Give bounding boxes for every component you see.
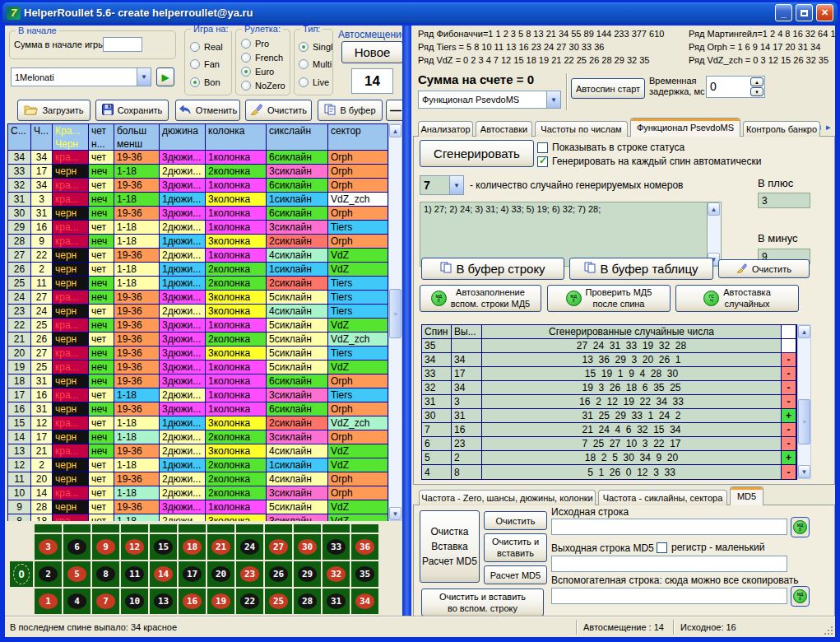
resize-grip[interactable] — [824, 626, 833, 635]
column-header[interactable]: С... — [8, 124, 31, 137]
column-header[interactable] — [8, 137, 31, 151]
count-combo[interactable]: 7 ▼ — [420, 175, 464, 195]
board-number-cell[interactable]: 24 — [236, 534, 263, 560]
column-header[interactable]: Черн — [53, 137, 89, 151]
table-row[interactable]: 1716кра...чет1-182дюжи...1колонка3сиклай… — [8, 388, 388, 402]
scrollbar-thumb[interactable]: ≡ — [798, 399, 810, 444]
table-row[interactable]: 2324чернчет19-362дюжи...3колонка4сиклайн… — [8, 305, 388, 319]
table-row[interactable]: 1417черннеч1-182дюжи...2колонка3сиклайнO… — [8, 430, 388, 444]
tab-автоставки[interactable]: Автоставки — [476, 121, 532, 137]
md5-calc-button[interactable]: Расчет MD5 — [484, 565, 547, 584]
column-header[interactable]: Спин — [422, 325, 452, 339]
spins-table[interactable]: С...Ч...Кра...четбольшдюжинаколонкасиксл… — [7, 123, 388, 521]
column-header[interactable]: сектор — [328, 124, 388, 137]
autofill-md5-button[interactable]: МД5 Автозаполнениевспом. строки МД5 — [420, 285, 541, 312]
undo-button[interactable]: Отменить — [175, 100, 240, 121]
table-row[interactable]: 3031черннеч19-363дюжи...1колонка6сиклайн… — [8, 207, 388, 221]
clear-generated-button[interactable]: Очистить — [718, 259, 810, 278]
roulette-board[interactable]: 0369121518212427303336258111417202326293… — [7, 523, 402, 616]
board-number-cell[interactable]: 36 — [351, 534, 378, 560]
column-header[interactable] — [267, 137, 328, 151]
mode-combo[interactable]: Функционал PsevdoMS ▼ — [418, 91, 561, 109]
column-header[interactable]: больш — [114, 124, 160, 137]
table-row[interactable]: 323419 3 26 18 6 35 25- — [422, 381, 796, 395]
board-number-cell[interactable]: 15 — [150, 534, 177, 560]
board-number-cell[interactable]: 22 — [236, 588, 263, 614]
scroll-down-icon[interactable]: ▼ — [798, 465, 810, 478]
tab-функционал-psevdoms[interactable]: Функционал PsevdoMS — [630, 118, 740, 137]
autobet-random-button[interactable]: ГСЧ Автоставкаслучайных — [675, 285, 799, 312]
table-row[interactable]: 6237 25 27 10 3 22 17- — [422, 437, 796, 451]
board-number-cell[interactable]: 14 — [150, 561, 177, 587]
generated-table[interactable]: СпинВы...Сгенерированные случайные числа… — [421, 324, 797, 480]
table-row[interactable]: 2225кра...неч19-363дюжи...1колонка5сикла… — [8, 319, 388, 333]
board-zero-cell[interactable]: 0 — [10, 561, 33, 587]
preset-combo[interactable]: 1Melonati ▼ — [11, 67, 151, 86]
table-row[interactable]: 2126чернчет19-363дюжи...2колонка5сиклайн… — [8, 333, 388, 347]
new-button[interactable]: Новое — [341, 41, 403, 63]
table-row[interactable]: 313кра...неч1-181дюжи...3колонка1сиклайн… — [8, 193, 388, 207]
board-number-cell[interactable]: 23 — [236, 561, 263, 587]
scroll-down-icon[interactable]: ▼ — [389, 507, 401, 520]
column-header[interactable] — [328, 137, 388, 151]
column-header[interactable]: Кра... — [53, 124, 89, 137]
load-button[interactable]: Загрузить — [17, 100, 90, 121]
scroll-up-icon[interactable]: ▲ — [708, 202, 720, 216]
column-header[interactable] — [160, 137, 206, 151]
chevron-down-icon[interactable]: ▼ — [546, 91, 560, 108]
save-button[interactable]: Сохранить — [95, 100, 169, 121]
table-row[interactable]: 928чернчет19-363дюжи...1колонка5сиклайнV… — [8, 500, 388, 514]
column-header[interactable]: колонка — [206, 124, 267, 137]
radio-type-live[interactable]: Live — [299, 77, 332, 87]
board-number-cell[interactable]: 27 — [265, 534, 292, 560]
chevron-down-icon[interactable]: ▼ — [449, 176, 463, 194]
chevron-down-icon[interactable]: ▼ — [137, 68, 151, 86]
buffer-line-button[interactable]: В буфер строку — [421, 258, 564, 280]
board-number-cell[interactable]: 8 — [92, 561, 119, 587]
radio-game-bon[interactable]: Bon — [190, 77, 230, 87]
start-sum-input-field[interactable] — [104, 38, 142, 51]
minimize-button[interactable]: _ — [775, 4, 792, 21]
column-header[interactable]: чет — [89, 124, 114, 137]
table-row[interactable]: 331715 19 1 9 4 28 30- — [422, 367, 796, 381]
column-header[interactable]: Вы... — [452, 325, 482, 339]
board-number-cell[interactable]: 7 — [92, 588, 119, 614]
board-number-cell[interactable]: 17 — [179, 561, 206, 587]
board-number-cell[interactable]: 1 — [35, 588, 62, 614]
board-number-cell[interactable]: 34 — [351, 588, 378, 614]
table-row[interactable]: 303131 25 29 33 1 24 2+ — [422, 409, 796, 423]
table-row[interactable]: 3317черннеч1-182дюжи...2колонка3сиклайнO… — [8, 165, 388, 179]
clear-button[interactable]: Очистить — [245, 100, 312, 121]
checkbox-lowercase[interactable]: регистр - маленький — [657, 542, 764, 553]
table-row[interactable]: 3234кра...чет19-363дюжи...1колонка6сикла… — [8, 179, 388, 193]
buffer-table-button[interactable]: В буфер таблицу — [569, 258, 713, 280]
radio-roulette-french[interactable]: French — [241, 53, 288, 63]
maximize-button[interactable] — [796, 4, 813, 21]
table-row[interactable]: 1120чернчет19-362дюжи...2колонка4сиклайн… — [8, 472, 388, 486]
table-row[interactable]: 71621 24 4 6 32 15 34- — [422, 423, 796, 437]
generated-table-scrollbar[interactable]: ▲ ≡ ▼ — [797, 324, 811, 479]
board-number-cell[interactable]: 16 — [179, 588, 206, 614]
spinner-up-icon[interactable]: ▲ — [750, 77, 763, 86]
radio-type-multi[interactable]: Multi — [299, 59, 332, 69]
column-header[interactable]: н... — [89, 137, 114, 151]
play-button[interactable]: ▶ — [156, 67, 174, 86]
md5-out-input-field[interactable] — [552, 556, 787, 571]
md5-clear-paste-aux-button[interactable]: Очистить и вставитьво вспом. строку — [421, 588, 544, 616]
table-row[interactable]: 1831черннеч19-363дюжи...1колонка6сиклайн… — [8, 374, 388, 388]
board-number-cell[interactable]: 13 — [150, 588, 177, 614]
table-row[interactable]: 5218 2 5 30 34 9 20+ — [422, 451, 796, 465]
board-number-cell[interactable]: 12 — [121, 534, 148, 560]
radio-roulette-euro[interactable]: Euro — [241, 67, 288, 77]
board-number-cell[interactable]: 30 — [294, 534, 321, 560]
table-row[interactable]: 3434кра...чет19-363дюжи...1колонка6сикла… — [8, 151, 388, 165]
tab-анализатор[interactable]: Анализатор — [418, 121, 473, 137]
table-row[interactable]: 1321кра...неч19-362дюжи...3колонка4сикла… — [8, 444, 388, 458]
check-md5-button[interactable]: МД5 Проверить МД5после спина — [547, 285, 671, 312]
table-row[interactable]: 1512кра...чет1-181дюжи...3колонка2сиклай… — [8, 416, 388, 430]
radio-game-fan[interactable]: Fan — [190, 59, 230, 69]
column-header[interactable] — [31, 137, 53, 151]
radio-roulette-nozero[interactable]: NoZero — [241, 81, 288, 91]
tab-частоты-по-числам[interactable]: Частоты по числам — [535, 121, 628, 137]
board-number-cell[interactable]: 3 — [35, 534, 62, 560]
